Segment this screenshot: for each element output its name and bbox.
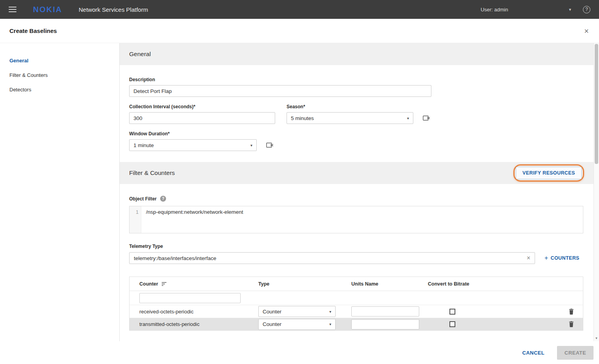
dialog-body: General Filter & Counters Detectors Gene…: [0, 43, 599, 341]
dialog-header: Create Baselines ×: [0, 19, 599, 43]
column-header-type: Type: [258, 281, 351, 287]
clear-input-icon[interactable]: ×: [527, 255, 530, 261]
season-select-value: 5 minutes: [291, 115, 314, 121]
clear-selection-icon[interactable]: [423, 115, 431, 121]
chevron-down-icon[interactable]: ▾: [569, 7, 571, 12]
telemetry-type-input[interactable]: telemetry:/base/interfaces/interface ×: [129, 252, 535, 264]
chevron-down-icon: ▾: [250, 143, 252, 147]
scrollbar-thumb[interactable]: [595, 44, 598, 164]
cancel-button[interactable]: CANCEL: [522, 350, 545, 356]
section-title: Filter & Counters: [129, 169, 175, 177]
delete-row-icon[interactable]: [559, 321, 583, 327]
table-row[interactable]: transmitted-octets-periodic Counter ▾: [130, 318, 583, 330]
convert-to-bitrate-checkbox[interactable]: [449, 321, 455, 327]
counters-table: Counter Type Units Name Convert to Bitra…: [129, 277, 583, 331]
collection-interval-input[interactable]: [129, 112, 275, 124]
top-bar: NOKIA Network Services Platform User: ad…: [0, 0, 599, 19]
table-row[interactable]: received-octets-periodic Counter ▾: [130, 305, 583, 318]
help-icon[interactable]: ?: [583, 6, 590, 13]
window-duration-select[interactable]: 1 minute ▾: [129, 139, 257, 151]
type-select[interactable]: Counter ▾: [258, 306, 336, 317]
units-name-input[interactable]: [351, 306, 419, 317]
section-title: General: [129, 51, 151, 58]
object-filter-help-icon[interactable]: ?: [160, 196, 166, 202]
window-duration-label: Window Duration*: [129, 131, 274, 136]
telemetry-type-value: telemetry:/base/interfaces/interface: [134, 255, 216, 261]
object-filter-label: Object Filter: [129, 196, 157, 202]
table-filter-row: [130, 291, 583, 305]
close-icon[interactable]: ×: [584, 27, 589, 35]
sidebar-item-general[interactable]: General: [0, 53, 119, 68]
main-content: General Description Collection Interval …: [120, 43, 594, 341]
app-title: Network Services Platform: [79, 6, 148, 13]
menu-icon[interactable]: [9, 7, 16, 12]
type-select-value: Counter: [263, 309, 281, 315]
vertical-scrollbar[interactable]: ▼: [594, 43, 599, 341]
general-section-body: Description Collection Interval (seconds…: [120, 65, 594, 162]
sidebar-item-detectors[interactable]: Detectors: [0, 82, 119, 97]
delete-row-icon[interactable]: [559, 309, 583, 315]
verify-resources-highlight: VERIFY RESOURCES: [513, 164, 584, 182]
section-header-general: General: [120, 43, 594, 65]
counter-filter-input[interactable]: [139, 293, 241, 303]
filter-counters-section-body: Object Filter ? 1 /nsp-equipment:network…: [120, 184, 594, 331]
season-select[interactable]: 5 minutes ▾: [287, 112, 413, 124]
sidebar: General Filter & Counters Detectors: [0, 43, 120, 341]
telemetry-type-label: Telemetry Type: [129, 244, 583, 249]
add-counters-button[interactable]: + COUNTERS: [544, 255, 579, 262]
editor-line-number: 1: [130, 206, 141, 233]
plus-icon: +: [544, 255, 548, 262]
nokia-logo: NOKIA: [33, 5, 62, 14]
type-select[interactable]: Counter ▾: [258, 319, 336, 330]
units-name-input[interactable]: [351, 319, 419, 329]
convert-to-bitrate-checkbox[interactable]: [449, 309, 455, 315]
section-header-filter-counters: Filter & Counters VERIFY RESOURCES: [120, 162, 594, 184]
object-filter-editor[interactable]: 1 /nsp-equipment:network/network-element: [129, 206, 583, 233]
type-select-value: Counter: [263, 321, 281, 327]
description-input[interactable]: [129, 85, 431, 97]
verify-resources-button[interactable]: VERIFY RESOURCES: [516, 167, 582, 179]
clear-selection-icon[interactable]: [266, 142, 274, 148]
chevron-down-icon: ▾: [407, 116, 409, 120]
window-duration-select-value: 1 minute: [133, 142, 154, 148]
column-header-units-name: Units Name: [351, 281, 428, 287]
chevron-down-icon: ▾: [329, 309, 331, 314]
object-filter-value: /nsp-equipment:network/network-element: [141, 206, 248, 233]
dialog-footer: CANCEL CREATE: [0, 341, 599, 364]
column-header-convert-to-bitrate: Convert to Bitrate: [428, 281, 559, 287]
user-menu-label[interactable]: User: admin: [480, 7, 508, 13]
collection-interval-label: Collection Interval (seconds)*: [129, 104, 275, 109]
counter-name: transmitted-octets-periodic: [130, 321, 258, 327]
sidebar-item-filter-counters[interactable]: Filter & Counters: [0, 68, 119, 82]
column-header-counter: Counter: [139, 281, 158, 287]
scroll-down-icon[interactable]: ▼: [594, 335, 599, 341]
chevron-down-icon: ▾: [329, 322, 331, 326]
season-label: Season*: [287, 104, 431, 109]
counter-name: received-octets-periodic: [130, 309, 258, 315]
create-button[interactable]: CREATE: [557, 346, 594, 360]
table-header-row: Counter Type Units Name Convert to Bitra…: [130, 277, 583, 291]
sort-icon[interactable]: [162, 282, 167, 286]
page-title: Create Baselines: [9, 27, 57, 34]
description-label: Description: [129, 77, 583, 82]
